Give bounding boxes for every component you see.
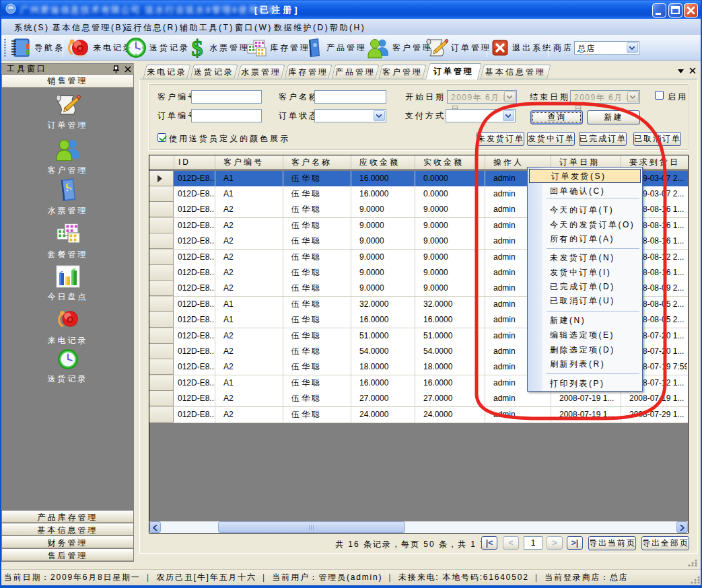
svg-text:$: $ [192, 36, 203, 59]
